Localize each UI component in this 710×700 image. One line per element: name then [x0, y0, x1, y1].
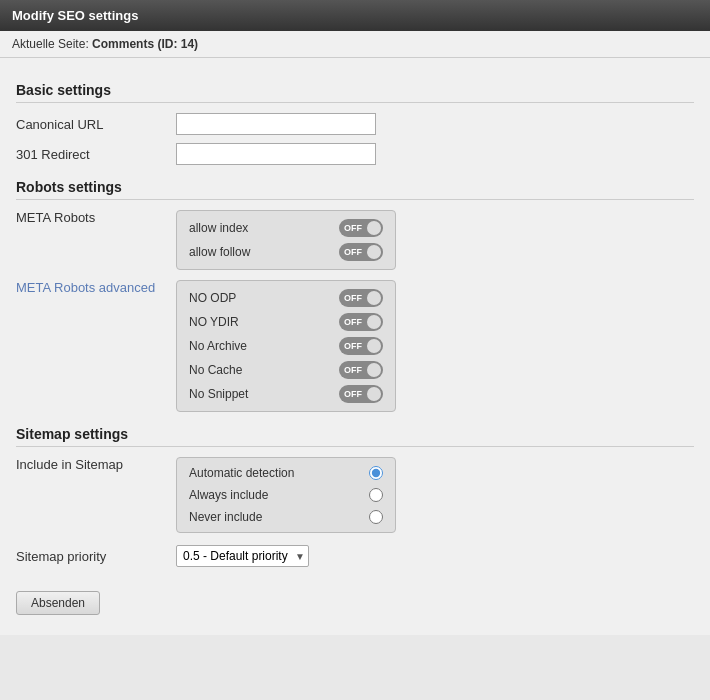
page-info: Aktuelle Seite: Comments (ID: 14): [0, 31, 710, 58]
toggle-label-no-odp: NO ODP: [189, 291, 236, 305]
radio-label-automatic: Automatic detection: [189, 466, 359, 480]
meta-robots-box: allow index OFF allow follow OFF: [176, 210, 396, 270]
redirect-301-input[interactable]: [176, 143, 376, 165]
toggle-no-snippet[interactable]: OFF: [339, 385, 383, 403]
toggle-no-archive[interactable]: OFF: [339, 337, 383, 355]
sitemap-priority-label: Sitemap priority: [16, 549, 176, 564]
toggle-label-allow-index: allow index: [189, 221, 248, 235]
canonical-url-label: Canonical URL: [16, 117, 176, 132]
toggle-no-ydir[interactable]: OFF: [339, 313, 383, 331]
toggle-row-allow-follow: allow follow OFF: [189, 243, 383, 261]
toggle-row-no-ydir: NO YDIR OFF: [189, 313, 383, 331]
toggle-allow-follow[interactable]: OFF: [339, 243, 383, 261]
include-in-sitemap-label: Include in Sitemap: [16, 457, 176, 472]
sitemap-options-box: Automatic detection Always include Never…: [176, 457, 396, 533]
toggle-label-allow-follow: allow follow: [189, 245, 250, 259]
robots-settings-title: Robots settings: [16, 179, 694, 200]
radio-label-never: Never include: [189, 510, 359, 524]
meta-robots-advanced-label: META Robots advanced: [16, 280, 176, 295]
canonical-url-input[interactable]: [176, 113, 376, 135]
robots-settings-section: Robots settings META Robots allow index …: [16, 179, 694, 412]
sitemap-settings-section: Sitemap settings Include in Sitemap Auto…: [16, 426, 694, 567]
toggle-allow-index[interactable]: OFF: [339, 219, 383, 237]
page-info-prefix: Aktuelle Seite:: [12, 37, 89, 51]
basic-settings-section: Basic settings Canonical URL 301 Redirec…: [16, 82, 694, 165]
page-info-value: Comments (ID: 14): [92, 37, 198, 51]
title-label: Modify SEO settings: [12, 8, 138, 23]
toggle-row-no-odp: NO ODP OFF: [189, 289, 383, 307]
submit-button[interactable]: Absenden: [16, 591, 100, 615]
sitemap-priority-select[interactable]: 0.5 - Default priority 0.0 - Lowest 0.1 …: [176, 545, 309, 567]
meta-robots-advanced-box: NO ODP OFF NO YDIR OFF No Archive: [176, 280, 396, 412]
radio-row-never: Never include: [189, 510, 383, 524]
toggle-row-no-archive: No Archive OFF: [189, 337, 383, 355]
toggle-row-allow-index: allow index OFF: [189, 219, 383, 237]
radio-label-always: Always include: [189, 488, 359, 502]
toggle-no-odp[interactable]: OFF: [339, 289, 383, 307]
toggle-row-no-snippet: No Snippet OFF: [189, 385, 383, 403]
radio-always[interactable]: [369, 488, 383, 502]
radio-never[interactable]: [369, 510, 383, 524]
radio-row-always: Always include: [189, 488, 383, 502]
toggle-row-no-cache: No Cache OFF: [189, 361, 383, 379]
title-bar: Modify SEO settings: [0, 0, 710, 31]
radio-row-automatic: Automatic detection: [189, 466, 383, 480]
toggle-label-no-ydir: NO YDIR: [189, 315, 239, 329]
basic-settings-title: Basic settings: [16, 82, 694, 103]
radio-automatic[interactable]: [369, 466, 383, 480]
sitemap-settings-title: Sitemap settings: [16, 426, 694, 447]
meta-robots-label: META Robots: [16, 210, 176, 225]
toggle-label-no-snippet: No Snippet: [189, 387, 248, 401]
redirect-301-label: 301 Redirect: [16, 147, 176, 162]
toggle-label-no-cache: No Cache: [189, 363, 242, 377]
toggle-label-no-archive: No Archive: [189, 339, 247, 353]
toggle-no-cache[interactable]: OFF: [339, 361, 383, 379]
